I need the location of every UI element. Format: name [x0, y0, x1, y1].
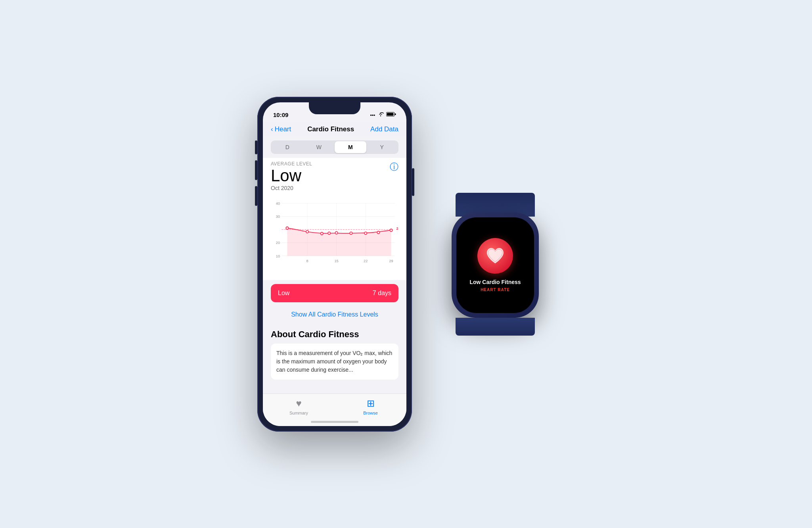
svg-point-25: [377, 231, 379, 233]
svg-text:20: 20: [276, 241, 280, 245]
browse-tab-icon: ⊞: [367, 398, 375, 409]
svg-point-20: [321, 232, 323, 234]
metric-date: Oct 2020: [271, 185, 312, 191]
apple-watch-device: Low Cardio Fitness HEART RATE: [436, 193, 555, 336]
svg-text:15: 15: [334, 259, 338, 263]
about-description: This is a measurement of your VO₂ max, w…: [271, 344, 398, 380]
iphone-device: 10:09 ▪▪▪: [257, 97, 412, 432]
tab-bar: ♥ Summary ⊞ Browse: [263, 394, 406, 426]
svg-point-24: [364, 232, 367, 234]
signal-icon: ▪▪▪: [370, 112, 375, 118]
svg-text:22: 22: [364, 259, 368, 263]
svg-text:8: 8: [306, 259, 308, 263]
nav-title: Cardio Fitness: [307, 125, 354, 133]
svg-text:24: 24: [396, 226, 398, 230]
iphone-screen: 10:09 ▪▪▪: [263, 102, 406, 426]
volume-up-button: [255, 160, 257, 180]
about-title: About Cardio Fitness: [271, 329, 398, 340]
chart-svg: 40 30 24 20 10: [271, 193, 398, 272]
watch-notification-subtitle: HEART RATE: [481, 288, 510, 292]
scene: 10:09 ▪▪▪: [257, 97, 555, 432]
svg-point-23: [350, 232, 352, 234]
volume-down-button: [255, 186, 257, 206]
show-all-link[interactable]: Show All Cardio Fitness Levels: [263, 306, 406, 323]
watch-heart-svg: [485, 247, 505, 265]
svg-point-22: [335, 231, 337, 234]
fitness-level-days: 7 days: [373, 290, 391, 297]
chart-container: 40 30 24 20 10: [263, 193, 406, 280]
tab-browse-label: Browse: [363, 411, 378, 415]
segment-control: D W M Y: [271, 140, 398, 154]
svg-rect-2: [395, 113, 396, 115]
heart-tab-icon: ♥: [296, 398, 301, 409]
segment-d[interactable]: D: [272, 141, 303, 153]
watch-screen: Low Cardio Fitness HEART RATE: [456, 217, 534, 313]
mute-button: [255, 140, 257, 154]
app-content: ‹ Heart Cardio Fitness Add Data D W M Y: [263, 122, 406, 426]
nav-back-button[interactable]: ‹ Heart: [271, 125, 291, 133]
battery-icon: [386, 112, 396, 118]
nav-bar: ‹ Heart Cardio Fitness Add Data: [263, 122, 406, 136]
fitness-level-bar[interactable]: Low 7 days: [271, 284, 398, 302]
segment-w[interactable]: W: [303, 141, 335, 153]
svg-point-0: [380, 115, 381, 116]
info-icon[interactable]: ⓘ: [390, 161, 398, 173]
status-time: 10:09: [273, 111, 288, 118]
metric-label: AVERAGE LEVEL: [271, 161, 312, 167]
svg-text:40: 40: [276, 202, 280, 205]
wifi-icon: [377, 112, 384, 118]
watch-band-bottom: [456, 318, 535, 336]
svg-text:10: 10: [276, 254, 280, 258]
notch: [309, 102, 360, 114]
watch-heart-circle: [477, 238, 513, 274]
about-section: About Cardio Fitness This is a measureme…: [263, 323, 406, 386]
tab-summary[interactable]: ♥ Summary: [263, 398, 335, 415]
power-button: [412, 168, 414, 196]
segment-y[interactable]: Y: [366, 141, 398, 153]
svg-text:30: 30: [276, 215, 280, 219]
home-indicator: [311, 421, 358, 423]
svg-point-26: [390, 229, 392, 231]
svg-point-18: [286, 227, 288, 229]
tab-summary-label: Summary: [289, 411, 308, 415]
tab-browse[interactable]: ⊞ Browse: [335, 398, 406, 415]
metric-section: AVERAGE LEVEL Low Oct 2020 ⓘ: [263, 158, 406, 193]
svg-rect-3: [387, 113, 394, 116]
watch-notification-title: Low Cardio Fitness: [469, 278, 521, 286]
svg-text:29: 29: [389, 259, 393, 263]
add-data-button[interactable]: Add Data: [370, 125, 398, 133]
segment-m[interactable]: M: [335, 141, 366, 153]
watch-body: Low Cardio Fitness HEART RATE: [452, 213, 539, 318]
metric-value: Low: [271, 167, 312, 184]
chevron-left-icon: ‹: [271, 125, 273, 133]
svg-point-19: [306, 230, 308, 232]
status-icons: ▪▪▪: [370, 112, 396, 118]
svg-point-21: [328, 232, 330, 234]
fitness-level-label: Low: [278, 290, 289, 297]
